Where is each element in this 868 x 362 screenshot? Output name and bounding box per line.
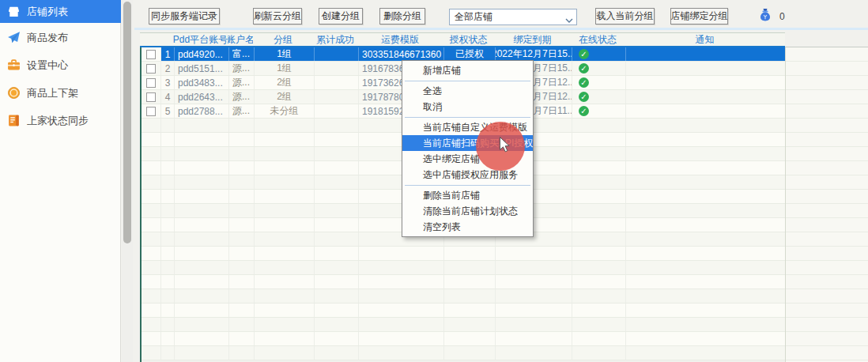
coin-icon bbox=[7, 86, 21, 100]
empty-cell bbox=[315, 133, 359, 146]
column-header[interactable]: 累计成功 bbox=[313, 33, 357, 46]
owner-cell: 源... bbox=[229, 76, 255, 89]
empty-cell bbox=[496, 247, 572, 260]
empty-cell bbox=[142, 190, 161, 203]
empty-cell bbox=[255, 119, 315, 132]
empty-cell bbox=[255, 346, 315, 360]
online-check-icon: ✓ bbox=[579, 63, 589, 74]
empty-cell bbox=[255, 247, 315, 260]
empty-cell bbox=[255, 304, 315, 317]
context-menu-item[interactable]: 清空列表 bbox=[402, 219, 533, 235]
account-cell: pdd2643... bbox=[175, 90, 229, 104]
empty-cell bbox=[142, 332, 161, 345]
empty-cell bbox=[175, 161, 229, 175]
empty-cell bbox=[229, 190, 255, 203]
empty-cell bbox=[175, 247, 229, 260]
empty-cell bbox=[255, 261, 315, 274]
empty-cell bbox=[175, 346, 229, 360]
row-checkbox[interactable] bbox=[146, 64, 156, 74]
empty-cell bbox=[572, 161, 626, 175]
account-cell: pdd5151... bbox=[175, 62, 229, 75]
table-header: Pdd平台账号账户名分组累计成功运费模版授权状态绑定到期在线状态通知 bbox=[140, 32, 785, 47]
empty-cell bbox=[161, 119, 175, 132]
toolbar-button[interactable]: 同步服务端记录 bbox=[149, 8, 220, 25]
empty-cell bbox=[315, 218, 359, 232]
column-header[interactable]: 通知 bbox=[625, 33, 785, 46]
sidebar-item[interactable]: 商品上下架 bbox=[0, 79, 121, 107]
sidebar-scrollbar[interactable] bbox=[122, 0, 133, 362]
context-menu-item[interactable]: 删除当前店铺 bbox=[402, 187, 533, 203]
context-menu-item[interactable]: 全选 bbox=[402, 83, 533, 99]
column-header[interactable]: 账户名 bbox=[228, 33, 253, 46]
context-menu-item[interactable]: 清除当前店铺计划状态 bbox=[402, 203, 533, 219]
column-header[interactable]: 分组 bbox=[253, 33, 313, 46]
empty-table-row bbox=[142, 289, 785, 304]
empty-cell bbox=[572, 218, 626, 232]
money-bag-icon bbox=[759, 8, 772, 25]
column-header[interactable] bbox=[140, 33, 160, 46]
empty-cell bbox=[315, 332, 359, 345]
empty-cell bbox=[255, 190, 315, 203]
empty-cell bbox=[142, 247, 161, 260]
column-header[interactable]: 在线状态 bbox=[571, 33, 625, 46]
store-icon bbox=[7, 5, 21, 18]
empty-table-row bbox=[142, 261, 785, 275]
toolbar-button[interactable]: 创建分组 bbox=[319, 8, 363, 25]
row-checkbox[interactable] bbox=[146, 78, 156, 88]
context-menu-item[interactable]: 选中店铺授权应用服务 bbox=[402, 167, 533, 183]
toolbar-button[interactable]: 删除分组 bbox=[379, 8, 425, 25]
column-header[interactable]: 授权状态 bbox=[443, 33, 494, 46]
empty-cell bbox=[255, 175, 315, 189]
group-filter-select[interactable]: 全部店铺 bbox=[449, 9, 577, 25]
empty-cell bbox=[496, 275, 572, 288]
toolbar-button[interactable]: 刷新云分组 bbox=[253, 8, 302, 25]
success-count-cell bbox=[315, 62, 359, 75]
empty-cell bbox=[161, 218, 175, 232]
column-header[interactable]: 绑定到期 bbox=[494, 33, 571, 46]
row-checkbox[interactable] bbox=[146, 107, 156, 116]
online-status-cell: ✓ bbox=[572, 104, 626, 118]
sidebar-item[interactable]: 设置中心 bbox=[0, 51, 121, 79]
online-check-icon: ✓ bbox=[579, 49, 589, 59]
empty-cell bbox=[444, 304, 496, 317]
empty-cell bbox=[626, 275, 785, 288]
empty-cell bbox=[315, 346, 359, 360]
empty-cell bbox=[315, 161, 359, 175]
empty-cell bbox=[175, 232, 229, 246]
empty-cell bbox=[359, 261, 444, 274]
success-count-cell bbox=[315, 104, 359, 118]
scrollbar-thumb[interactable] bbox=[123, 2, 131, 243]
empty-cell bbox=[359, 346, 444, 360]
empty-cell bbox=[175, 147, 229, 160]
column-header[interactable]: Pdd平台账号 bbox=[173, 33, 228, 46]
checkbox-cell bbox=[142, 90, 161, 104]
empty-cell bbox=[496, 318, 572, 331]
context-menu-item[interactable]: 新增店铺 bbox=[402, 62, 533, 78]
row-number-cell: 5 bbox=[161, 104, 175, 118]
online-status-cell: ✓ bbox=[572, 62, 626, 75]
context-menu-item[interactable]: 取消 bbox=[402, 99, 533, 115]
empty-cell bbox=[315, 318, 359, 331]
empty-cell bbox=[229, 304, 255, 317]
empty-cell bbox=[496, 346, 572, 360]
empty-cell bbox=[626, 218, 785, 232]
column-header[interactable]: 运费模版 bbox=[357, 33, 443, 46]
sidebar-item[interactable]: 店铺列表 bbox=[0, 0, 121, 23]
toolbar-button[interactable]: 载入当前分组 bbox=[595, 8, 655, 25]
sidebar-item[interactable]: 商品发布 bbox=[0, 24, 121, 51]
empty-cell bbox=[626, 133, 785, 146]
toolbar-button[interactable]: 店铺绑定分组 bbox=[670, 8, 728, 25]
row-checkbox[interactable] bbox=[146, 50, 156, 59]
empty-table-row bbox=[142, 275, 785, 289]
sidebar-item[interactable]: 上家状态同步 bbox=[0, 107, 121, 134]
row-checkbox[interactable] bbox=[146, 92, 156, 102]
online-status-cell: ✓ bbox=[572, 47, 626, 61]
empty-cell bbox=[572, 332, 626, 345]
empty-cell bbox=[229, 247, 255, 260]
empty-cell bbox=[161, 261, 175, 274]
empty-cell bbox=[626, 190, 785, 203]
online-check-icon: ✓ bbox=[579, 106, 589, 116]
column-header[interactable] bbox=[160, 33, 173, 46]
empty-table-row bbox=[142, 247, 785, 261]
empty-cell bbox=[626, 204, 785, 217]
